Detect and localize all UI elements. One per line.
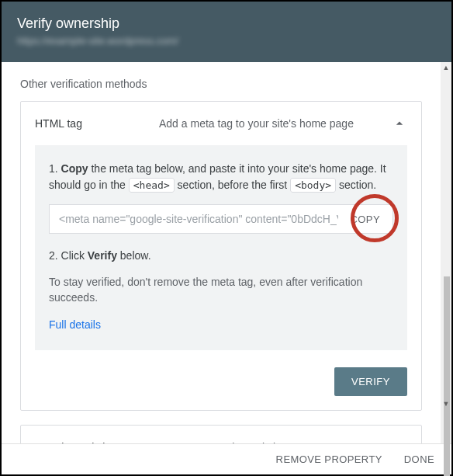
card-desc: Add a meta tag to your site's home page (159, 117, 392, 130)
code-body: <body> (290, 178, 336, 193)
content-scroll[interactable]: Other verification methods HTML tag Add … (2, 62, 441, 443)
scroll-up-arrow-icon[interactable]: ▲ (442, 64, 450, 71)
chevron-up-icon (392, 116, 407, 131)
step1-mid2: section, before the first (175, 179, 290, 191)
outer-scrollbar[interactable]: ▲ ▼ (441, 62, 451, 443)
copy-button[interactable]: COPY (338, 206, 392, 233)
card-title: HTML tag (35, 117, 159, 130)
done-button[interactable]: DONE (404, 453, 434, 465)
card-body-html-tag: 1. Copy the meta tag below, and paste it… (21, 145, 421, 410)
verify-row: VERIFY (35, 367, 407, 396)
card-google-analytics: Google Analytics Use your Google Analyti… (20, 425, 422, 443)
code-head: <head> (129, 178, 175, 193)
step2-prefix: 2. Click (49, 249, 88, 262)
meta-tag-value[interactable]: <meta name="google-site-verification" co… (50, 205, 338, 233)
section-label: Other verification methods (20, 78, 422, 90)
scroll-down-arrow-icon[interactable]: ▼ (442, 400, 450, 408)
remove-property-button[interactable]: REMOVE PROPERTY (276, 453, 382, 465)
dialog-header: Verify ownership https://example-site.wo… (2, 2, 451, 62)
body-wrap: Other verification methods HTML tag Add … (2, 62, 451, 443)
step2-bold: Verify (88, 249, 117, 262)
card-header-ga[interactable]: Google Analytics Use your Google Analyti… (21, 426, 421, 443)
dialog-footer: REMOVE PROPERTY DONE (2, 443, 451, 474)
meta-tag-row: <meta name="google-site-verification" co… (49, 204, 393, 234)
verify-button[interactable]: VERIFY (334, 367, 407, 396)
card-html-tag: HTML tag Add a meta tag to your site's h… (20, 101, 422, 411)
step1-end: section. (336, 179, 376, 191)
step-2: 2. Click Verify below. (49, 248, 393, 264)
step-1: 1. Copy the meta tag below, and paste it… (49, 161, 393, 193)
dialog-subtitle: https://example-site.wordpress.com/ (17, 35, 436, 47)
card-header-html-tag[interactable]: HTML tag Add a meta tag to your site's h… (21, 102, 421, 145)
full-details-link[interactable]: Full details (49, 318, 101, 331)
dialog-frame: Verify ownership https://example-site.wo… (0, 0, 453, 476)
instructions-block: 1. Copy the meta tag below, and paste it… (35, 145, 407, 350)
dialog-title: Verify ownership (17, 16, 436, 32)
step1-prefix: 1. (49, 162, 61, 175)
scrollbar-thumb[interactable] (444, 276, 450, 476)
step1-bold: Copy (61, 162, 88, 175)
step2-end: below. (117, 249, 151, 262)
stay-verified-note: To stay verified, don't remove the meta … (49, 275, 393, 305)
